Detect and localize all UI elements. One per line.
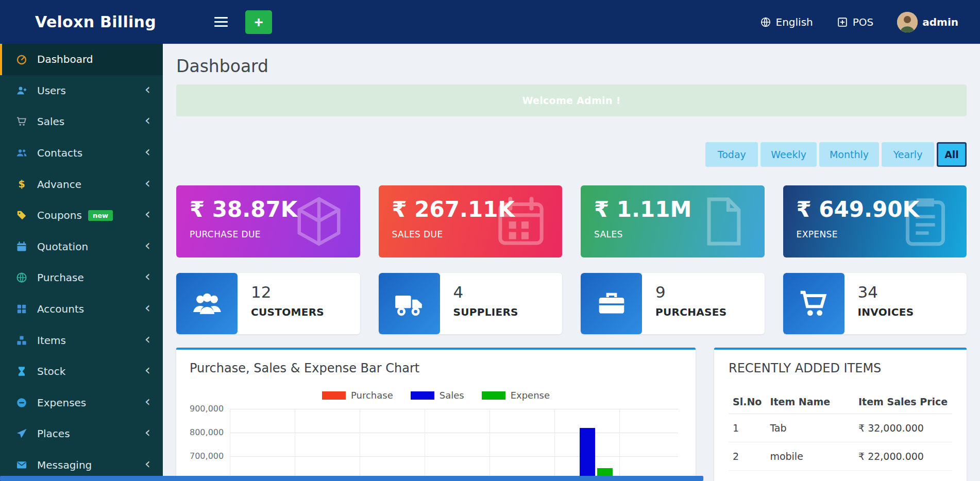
legend-item: Sales: [411, 390, 464, 401]
counter-label: PURCHASES: [655, 306, 726, 318]
cell-price: ₹ 32,000.000: [854, 471, 952, 481]
sidebar-item-stock[interactable]: Stock ‹: [0, 356, 163, 387]
legend-label: Sales: [440, 390, 464, 401]
recent-items-table: Sl.NoItem NameItem Sales Price 1 Tab ₹ 3…: [729, 388, 952, 481]
chart-plot-area: 900,000800,000700,000600,000: [190, 409, 682, 481]
cell-slno: 3: [729, 471, 766, 481]
filter-today[interactable]: Today: [705, 142, 758, 167]
cell-item-name: mobile: [766, 442, 854, 471]
user-plus-icon: [15, 84, 29, 97]
chevron-left-icon: ‹: [145, 269, 150, 284]
cell-slno: 1: [729, 414, 766, 442]
column-header: Item Name: [766, 388, 854, 414]
sidebar-item-label: Dashboard: [37, 53, 93, 65]
language-selector[interactable]: English: [760, 16, 813, 28]
table-row: 3 Laptop ₹ 32,000.000: [729, 471, 952, 481]
calendar-icon: [492, 193, 550, 250]
welcome-text: Welcome Admin !: [522, 95, 620, 106]
chevron-left-icon: ‹: [145, 332, 150, 347]
chevron-left-icon: ‹: [145, 394, 150, 409]
gridline-horizontal: [230, 456, 678, 457]
sidebar-item-places[interactable]: Places ‹: [0, 418, 163, 450]
counter-label: SUPPLIERS: [453, 306, 518, 318]
chevron-left-icon: ‹: [145, 301, 150, 315]
pos-button[interactable]: POS: [837, 16, 874, 28]
counter-card: 9 PURCHASES: [581, 273, 765, 334]
language-label: English: [776, 16, 813, 28]
filter-monthly[interactable]: Monthly: [819, 142, 879, 167]
sidebar-item-purchase[interactable]: Purchase ‹: [0, 262, 163, 294]
chevron-left-icon: ‹: [145, 363, 150, 377]
tag-icon: [15, 209, 29, 221]
sidebar-item-expenses[interactable]: Expenses ‹: [0, 387, 163, 419]
counter-value: 12: [251, 283, 324, 301]
counter-value: 9: [655, 283, 726, 301]
stat-card: ₹ 649.90K EXPENSE: [783, 185, 967, 257]
top-navbar: Veloxn Billing + English POS admin: [0, 0, 980, 44]
app-brand[interactable]: Veloxn Billing: [0, 13, 163, 31]
plus-square-icon: [837, 16, 848, 28]
counter-card: 12 CUSTOMERS: [176, 273, 360, 334]
sidebar-item-users[interactable]: Users ‹: [0, 75, 163, 107]
sidebar-item-dashboard[interactable]: Dashboard ‹: [0, 44, 163, 75]
recent-items-title: RECENTLY ADDED ITEMS: [729, 361, 952, 375]
chevron-left-icon: ‹: [145, 457, 150, 471]
sidebar-item-label: Expenses: [37, 397, 86, 409]
globe-icon: [15, 271, 29, 284]
chevron-left-icon: ‹: [145, 113, 150, 128]
sidebar-item-quotation[interactable]: Quotation ‹: [0, 231, 163, 263]
cell-item-name: Laptop: [766, 471, 854, 481]
counter-card: 4 SUPPLIERS: [379, 273, 563, 334]
cube-icon: [290, 193, 348, 250]
cell-price: ₹ 32,000.000: [854, 414, 952, 442]
table-row: 2 mobile ₹ 22,000.000: [729, 442, 952, 471]
gridline-vertical: [619, 409, 620, 481]
legend-label: Expense: [511, 390, 550, 401]
sidebar-item-coupons[interactable]: Coupons new ‹: [0, 200, 163, 231]
sidebar-item-contacts[interactable]: Contacts ‹: [0, 138, 163, 169]
hamburger-menu-icon[interactable]: [212, 15, 230, 29]
counter-card: 34 INVOICES: [783, 273, 967, 334]
sidebar-item-label: Sales: [37, 115, 64, 128]
chart-bar-sales: [580, 428, 595, 481]
gridline-horizontal: [230, 433, 678, 433]
filter-yearly[interactable]: Yearly: [882, 142, 934, 167]
sidebar-item-label: Messaging: [37, 459, 92, 471]
counter-label: INVOICES: [858, 306, 914, 318]
legend-swatch: [411, 391, 434, 400]
language-globe-icon: [760, 16, 771, 28]
hourglass-icon: [15, 365, 29, 377]
clipboard-icon: [897, 193, 954, 250]
sidebar-item-sales[interactable]: Sales ‹: [0, 106, 163, 138]
page-title: Dashboard: [176, 56, 967, 76]
horizontal-scrollbar[interactable]: [0, 476, 703, 481]
recent-items-card: RECENTLY ADDED ITEMS Sl.NoItem NameItem …: [714, 348, 967, 481]
shopping-cart-icon: [783, 273, 844, 334]
sidebar-item-label: Contacts: [37, 147, 82, 159]
cell-slno: 2: [729, 442, 766, 471]
document-icon: [695, 193, 752, 250]
chart-title: Purchase, Sales & Expense Bar Chart: [190, 361, 682, 375]
sidebar-item-advance[interactable]: $ Advance ‹: [0, 168, 163, 200]
gridline-horizontal: [230, 409, 678, 409]
y-axis-tick-label: 800,000: [190, 427, 223, 437]
filter-all[interactable]: All: [937, 142, 967, 167]
legend-swatch: [322, 391, 346, 400]
legend-item: Purchase: [322, 390, 393, 401]
sidebar-item-label: Users: [37, 84, 66, 97]
chart-legend: Purchase Sales Expense: [190, 390, 682, 401]
users-group-icon: [176, 273, 238, 334]
sidebar-item-items[interactable]: Items ‹: [0, 324, 163, 356]
quick-add-button[interactable]: +: [245, 10, 272, 34]
envelope-icon: [15, 459, 29, 471]
stat-card: ₹ 38.87K PURCHASE DUE: [176, 185, 360, 257]
user-menu[interactable]: admin: [897, 12, 958, 32]
dollar-icon: $: [15, 178, 29, 191]
sidebar-item-label: Accounts: [37, 303, 84, 315]
gridline-vertical: [554, 409, 555, 481]
legend-label: Purchase: [351, 390, 393, 401]
filter-weekly[interactable]: Weekly: [761, 142, 817, 167]
sidebar-item-accounts[interactable]: Accounts ‹: [0, 294, 163, 325]
sidebar-item-label: Coupons: [37, 209, 82, 221]
counter-value: 4: [453, 283, 518, 301]
